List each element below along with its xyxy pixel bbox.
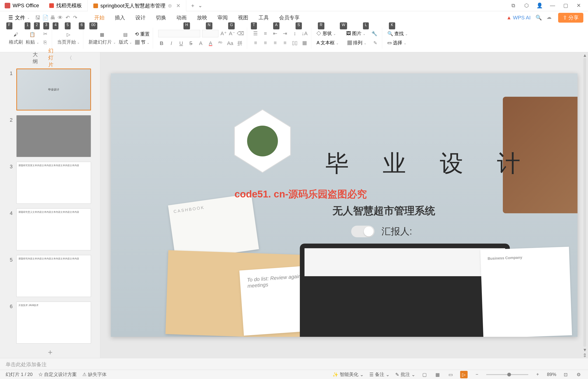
find-button[interactable]: 🔍 查找 ⌄ xyxy=(387,31,408,37)
custom-scheme-button[interactable]: ☆ 自定义设计方案 xyxy=(38,371,77,378)
quick-save-icon[interactable]: 🖫 xyxy=(34,15,41,21)
slide-thumbnail[interactable]: 毕业设计 xyxy=(16,68,91,111)
tab-document[interactable]: springboot无人智慧超市管理 ⊕ ✕ xyxy=(88,0,186,11)
scroll-down-icon[interactable]: ▾ xyxy=(584,347,586,352)
menu-transition[interactable]: 切换 xyxy=(151,13,171,23)
zoom-in-icon[interactable]: + xyxy=(534,371,541,378)
copy-icon[interactable]: ⎘ xyxy=(42,39,49,46)
from-current-button[interactable]: ▷ 当页开始 ⌄ xyxy=(57,31,80,45)
zoom-level[interactable]: 89% xyxy=(547,372,556,377)
maximize-button[interactable]: ▢ xyxy=(562,2,569,9)
bold-icon[interactable]: B xyxy=(158,40,165,47)
strikethrough-icon[interactable]: S̶ xyxy=(188,40,194,47)
slideshow-view-icon[interactable]: ▷ xyxy=(460,371,468,378)
outline-color-icon[interactable]: ✎ xyxy=(372,40,379,46)
italic-icon[interactable]: I xyxy=(168,40,175,47)
font-family-select[interactable] xyxy=(158,30,200,37)
vertical-scrollbar[interactable]: ▴ ▾ ⇕ xyxy=(582,52,587,358)
layout-button[interactable]: ▤ 版式 ⌄ xyxy=(119,31,132,45)
menu-design[interactable]: 设计 xyxy=(131,13,150,23)
line-spacing-icon[interactable]: ↕ xyxy=(291,30,298,37)
new-slide-button[interactable]: ▦ 新建幻灯片 ⌄ xyxy=(88,31,116,45)
reading-view-icon[interactable]: ▭ xyxy=(447,371,454,378)
phonetic-icon[interactable]: 拼 xyxy=(236,40,243,47)
font-color-icon[interactable]: A xyxy=(207,40,214,47)
menu-slideshow[interactable]: 放映 xyxy=(192,13,212,23)
quick-print-icon[interactable]: 🖶 xyxy=(50,15,56,21)
close-tab-icon[interactable]: ✕ xyxy=(176,3,180,9)
cube-icon[interactable]: ⬡ xyxy=(523,2,530,9)
quick-redo-icon[interactable]: ↷ xyxy=(72,15,78,21)
align-left-icon[interactable]: ≡ xyxy=(252,40,259,46)
slide-thumbnail[interactable]: 开发技术 JAVA技术 xyxy=(16,302,91,344)
share-button[interactable]: ⇪ 分享 xyxy=(558,13,583,23)
arrange-button[interactable]: ▦ 排列 ⌄ xyxy=(347,40,367,46)
fill-color-icon[interactable]: 🔧 xyxy=(371,30,378,37)
file-menu[interactable]: ☰ 文件 ⌄ xyxy=(5,13,34,23)
pin-icon[interactable]: ⊕ xyxy=(168,3,172,9)
normal-view-icon[interactable]: ▢ xyxy=(421,371,428,378)
columns-icon[interactable]: ▯▯ xyxy=(291,40,298,46)
tab-templates[interactable]: 找稻壳模板 xyxy=(44,0,88,11)
select-button[interactable]: ▭ 选择 ⌄ xyxy=(387,40,408,46)
search-icon[interactable]: 🔍 xyxy=(535,15,542,21)
fill-icon[interactable]: ▦ xyxy=(301,40,308,46)
menu-insert[interactable]: 插入 xyxy=(110,13,130,23)
window-copy-icon[interactable]: ⧉ xyxy=(510,2,517,9)
text-direction-icon[interactable]: ↓A xyxy=(301,30,308,37)
menu-start[interactable]: 开始 xyxy=(90,13,109,23)
justify-icon[interactable]: ≡ xyxy=(282,40,288,46)
slide-thumbnail[interactable]: 课题研究背景文本内容文本内容文本内容文本内容文本内容 xyxy=(16,162,91,204)
align-center-icon[interactable]: ≡ xyxy=(262,40,269,46)
numbering-icon[interactable]: ≡ xyxy=(262,30,269,37)
align-right-icon[interactable]: ≡ xyxy=(272,40,278,46)
minimize-button[interactable]: — xyxy=(549,2,556,9)
cut-icon[interactable]: ✂ xyxy=(42,31,49,37)
increase-indent-icon[interactable]: ⇥ xyxy=(282,30,288,37)
bullets-icon[interactable]: ☰ xyxy=(252,30,259,37)
picture-button[interactable]: 🖼 图片 ⌄ xyxy=(346,30,366,37)
slide-thumbnail[interactable]: 课题研究意义文本内容文本内容文本内容文本内容文本内容 xyxy=(16,208,91,250)
close-window-button[interactable]: ✕ xyxy=(575,2,582,9)
missing-font-warning[interactable]: ⚠ 缺失字体 xyxy=(82,371,107,378)
paste-button[interactable]: 📋 粘贴 ⌄ xyxy=(26,31,39,45)
avatar-icon[interactable]: 👤 xyxy=(536,2,543,9)
menu-animation[interactable]: 动画 xyxy=(172,13,191,23)
menu-view[interactable]: 视图 xyxy=(233,13,253,23)
quick-new-icon[interactable]: 📄 xyxy=(42,15,49,21)
fit-view-icon[interactable]: ⊡ xyxy=(562,371,569,378)
clear-format-icon[interactable]: ⌫ xyxy=(237,30,244,37)
review-toggle-button[interactable]: ✎ 批注 ⌄ xyxy=(395,371,415,378)
new-tab-button[interactable]: ＋ xyxy=(189,2,197,9)
menu-member[interactable]: 会员专享 xyxy=(274,13,304,23)
settings-icon[interactable]: ⚙ xyxy=(575,371,582,378)
increase-font-icon[interactable]: A⁺ xyxy=(220,30,227,37)
smart-beautify-button[interactable]: ✨ 智能美化 ⌄ xyxy=(333,371,364,378)
zoom-out-icon[interactable]: − xyxy=(473,371,481,378)
sorter-view-icon[interactable]: ▦ xyxy=(434,371,441,378)
text-effect-icon[interactable]: ᴬᵇ xyxy=(217,40,223,47)
scroll-up-icon[interactable]: ▴ xyxy=(584,52,586,58)
scroll-double-icon[interactable]: ⇕ xyxy=(583,352,587,358)
slide-thumbnail[interactable] xyxy=(16,115,91,157)
menu-tools[interactable]: 工具 xyxy=(254,13,273,23)
notes-toggle-button[interactable]: ☰ 备注 ⌄ xyxy=(369,371,390,378)
textbox-button[interactable]: A 文本框 ⌄ xyxy=(316,40,338,46)
slide-content[interactable]: CASHBOOK 毕 业 设 计 code51. cn-源码乐园盗图必究 无人智… xyxy=(111,73,577,337)
underline-icon[interactable]: U xyxy=(178,40,184,47)
collapse-panel-icon[interactable]: 〈 xyxy=(67,55,72,62)
decrease-indent-icon[interactable]: ⇤ xyxy=(272,30,278,37)
add-slide-button[interactable]: ＋ xyxy=(0,346,100,358)
quick-preview-icon[interactable]: 👁 xyxy=(57,15,64,21)
decrease-font-icon[interactable]: A⁻ xyxy=(229,30,235,37)
reset-button[interactable]: ⟲ 重置 xyxy=(135,31,150,37)
wps-ai-button[interactable]: ▲ WPS AI xyxy=(506,15,531,21)
font-size-select[interactable] xyxy=(202,30,218,37)
tab-dropdown[interactable]: ⌄ xyxy=(197,2,204,9)
highlight-icon[interactable]: A xyxy=(197,40,204,47)
format-brush-button[interactable]: 🖌 格式刷 xyxy=(9,31,23,45)
slide-thumbnail[interactable]: 课题研究内容文本内容文本内容文本内容文本内容文本内容 xyxy=(16,255,91,297)
notes-pane[interactable]: 单击此处添加备注 xyxy=(0,358,588,370)
change-case-icon[interactable]: Aa xyxy=(227,40,233,47)
section-button[interactable]: ▦ 节 ⌄ xyxy=(135,39,150,46)
